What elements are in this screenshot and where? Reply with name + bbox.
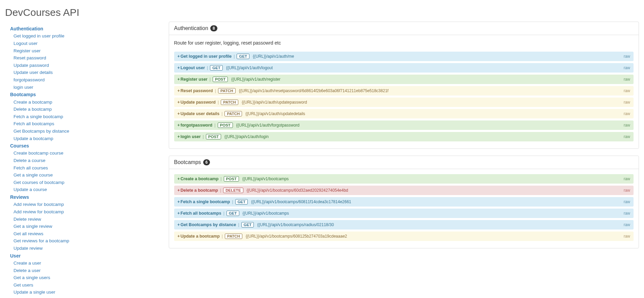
expand-toggle[interactable]: + [178, 100, 180, 105]
expand-toggle[interactable]: + [178, 211, 180, 216]
request-url: {{URL}}/api/v1/auth/me [253, 54, 294, 59]
request-url: {{URL}}/api/v1/bootcamps/608125b274703a1… [246, 234, 347, 239]
section-title: Bootcamps [174, 159, 201, 165]
expand-toggle[interactable]: + [178, 77, 180, 82]
request-row[interactable]: +Fetch all bootcamps|GET{{URL}}/api/v1/b… [174, 209, 634, 218]
sidebar-section-bootcamps[interactable]: Bootcamps [10, 91, 164, 98]
request-name[interactable]: Reset password [181, 88, 213, 93]
request-row[interactable]: +Reset password|PATCH{{URL}}/api/v1/auth… [174, 86, 634, 96]
sidebar-item[interactable]: Get users [14, 281, 164, 289]
sidebar-item[interactable]: Update user details [14, 69, 164, 76]
sidebar-item[interactable]: Add review for bootcamp [14, 208, 164, 216]
sidebar-item[interactable]: Reset password [14, 54, 164, 62]
sidebar-item[interactable]: Delete review [14, 216, 164, 223]
request-name[interactable]: login user [181, 134, 201, 139]
raw-link[interactable]: raw [624, 77, 630, 82]
expand-toggle[interactable]: + [178, 111, 180, 116]
expand-toggle[interactable]: + [178, 199, 180, 204]
raw-link[interactable]: raw [624, 134, 630, 139]
sidebar-item[interactable]: Get a single course [14, 171, 164, 179]
request-name[interactable]: Update a bootcamp [181, 234, 220, 239]
raw-link[interactable]: raw [624, 188, 630, 193]
raw-link[interactable]: raw [624, 65, 630, 70]
request-name[interactable]: Update password [181, 100, 216, 105]
expand-toggle[interactable]: + [178, 123, 180, 128]
request-name[interactable]: Delete a bootcamp [181, 188, 218, 193]
sidebar-item[interactable]: Fetch all courses [14, 164, 164, 172]
sidebar-section-auth[interactable]: Authentication [10, 25, 164, 32]
sidebar-item[interactable]: Fetch all bootcamps [14, 120, 164, 128]
request-name[interactable]: Register user [181, 77, 208, 82]
sidebar-item[interactable]: login user [14, 84, 164, 91]
request-row[interactable]: +Update password|PATCH{{URL}}/api/v1/aut… [174, 98, 634, 107]
sidebar-item[interactable]: Update a single user [14, 289, 164, 296]
raw-link[interactable]: raw [624, 177, 630, 181]
sidebar: AuthenticationGet logged in user profile… [5, 22, 164, 298]
request-row[interactable]: +Create a bootcamp|POST{{URL}}/api/v1/bo… [174, 174, 634, 184]
request-name[interactable]: Fetch a single bootcamp [181, 199, 230, 204]
sidebar-item[interactable]: Fetch a single bootcamp [14, 113, 164, 120]
sidebar-item[interactable]: Update a course [14, 186, 164, 193]
request-row[interactable]: +forgotpassword|POST{{URL}}/api/v1/auth/… [174, 120, 634, 130]
request-name[interactable]: Update user details [181, 111, 219, 116]
raw-link[interactable]: raw [624, 222, 630, 227]
sidebar-item[interactable]: Update review [14, 245, 164, 252]
sidebar-item[interactable]: Get Bootcamps by distance [14, 128, 164, 135]
request-row[interactable]: +Register user|POST{{URL}}/api/v1/auth/r… [174, 75, 634, 84]
sidebar-item[interactable]: Get logged in user profile [14, 32, 164, 40]
sidebar-item[interactable]: forgotpassword [14, 76, 164, 84]
separator: | [238, 222, 239, 227]
expand-toggle[interactable]: + [178, 54, 180, 59]
request-row[interactable]: +login user|POST{{URL}}/api/v1/auth/logi… [174, 132, 634, 141]
sidebar-section-reviews[interactable]: Reviews [10, 193, 164, 201]
sidebar-item[interactable]: Add review for bootcamp [14, 201, 164, 208]
request-name[interactable]: Get logged in user profile [181, 54, 232, 59]
sidebar-item[interactable]: Get a single users [14, 274, 164, 281]
request-name[interactable]: forgotpassword [181, 123, 212, 128]
raw-link[interactable]: raw [624, 111, 630, 116]
raw-link[interactable]: raw [624, 100, 630, 105]
request-row[interactable]: +Update a bootcamp|PATCH{{URL}}/api/v1/b… [174, 232, 634, 241]
raw-link[interactable]: raw [624, 211, 630, 216]
request-row[interactable]: +Get Bootcamps by distance|GET{{URL}}/ap… [174, 220, 634, 229]
sidebar-item[interactable]: Create a bootcamp [14, 99, 164, 106]
raw-link[interactable]: raw [624, 88, 630, 93]
sidebar-item[interactable]: Create a user [14, 260, 164, 267]
request-row[interactable]: +Logout user|GET{{URL}}/api/v1/auth/logo… [174, 63, 634, 73]
raw-link[interactable]: raw [624, 54, 630, 59]
expand-toggle[interactable]: + [178, 65, 180, 70]
request-name[interactable]: Get Bootcamps by distance [181, 222, 236, 227]
sidebar-item[interactable]: Get reviews for a bootcamp [14, 237, 164, 245]
sidebar-item[interactable]: Get all reviews [14, 230, 164, 238]
request-name[interactable]: Fetch all bootcamps [181, 211, 221, 216]
request-name[interactable]: Logout user [181, 65, 205, 70]
sidebar-item[interactable]: Update a bootcamp [14, 135, 164, 142]
request-row[interactable]: +Get logged in user profile|GET{{URL}}/a… [174, 52, 634, 61]
expand-toggle[interactable]: + [178, 177, 180, 181]
sidebar-item[interactable]: Logout user [14, 40, 164, 47]
raw-link[interactable]: raw [624, 234, 630, 239]
sidebar-item[interactable]: Register user [14, 47, 164, 55]
page-title: DevCourses API [5, 7, 639, 18]
raw-link[interactable]: raw [624, 199, 630, 204]
expand-toggle[interactable]: + [178, 188, 180, 193]
sidebar-item[interactable]: Get a single review [14, 223, 164, 230]
expand-toggle[interactable]: + [178, 88, 180, 93]
sidebar-section-user[interactable]: User [10, 252, 164, 260]
sidebar-item[interactable]: Delete a user [14, 267, 164, 274]
expand-toggle[interactable]: + [178, 234, 180, 239]
request-row[interactable]: +Delete a bootcamp|DELETE{{URL}}/api/v1/… [174, 186, 634, 195]
sidebar-section-courses[interactable]: Courses [10, 142, 164, 150]
method-badge: POST [206, 134, 221, 139]
request-row[interactable]: +Fetch a single bootcamp|GET{{URL}}/api/… [174, 197, 634, 207]
sidebar-item[interactable]: Update password [14, 62, 164, 69]
request-row[interactable]: +Update user details|PATCH{{URL}}/api/v1… [174, 109, 634, 118]
sidebar-item[interactable]: Create bootcamp course [14, 150, 164, 157]
raw-link[interactable]: raw [624, 123, 630, 128]
request-name[interactable]: Create a bootcamp [181, 177, 219, 181]
expand-toggle[interactable]: + [178, 134, 180, 139]
sidebar-item[interactable]: Delete a bootcamp [14, 106, 164, 113]
sidebar-item[interactable]: Delete a course [14, 157, 164, 164]
expand-toggle[interactable]: + [178, 222, 180, 227]
sidebar-item[interactable]: Get courses of bootcamp [14, 179, 164, 186]
